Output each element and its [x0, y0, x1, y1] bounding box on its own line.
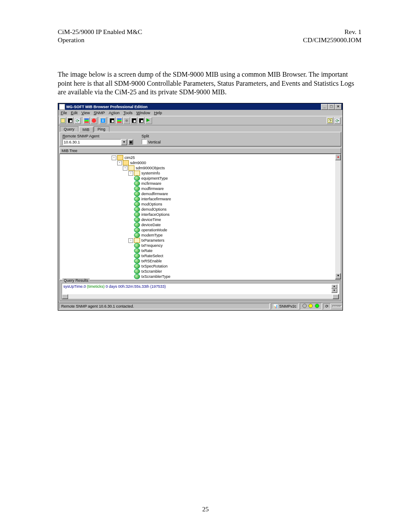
- tree-leaf[interactable]: modemType: [141, 233, 163, 238]
- tree-vscroll[interactable]: ▴ ▾: [335, 154, 341, 280]
- header-left-line2: Operation: [58, 36, 142, 44]
- tb-btn2-icon[interactable]: [67, 117, 74, 124]
- tree-node[interactable]: sdm9000Objects: [136, 166, 165, 171]
- tree-leaf[interactable]: txScramblerType: [141, 274, 171, 279]
- tree-leaf[interactable]: interfacefirmware: [141, 197, 171, 202]
- menu-view[interactable]: View: [81, 111, 90, 115]
- status-leds: [300, 303, 322, 310]
- tb-refresh-icon[interactable]: [334, 117, 341, 124]
- header-right-line2: CD/CIM259000.IOM: [303, 36, 361, 44]
- tb-help-icon[interactable]: [327, 117, 333, 124]
- close-button[interactable]: ×: [335, 104, 342, 110]
- leaf-icon: [134, 264, 140, 269]
- remote-agent-input[interactable]: 10.6.30.1: [62, 139, 121, 145]
- tab-query[interactable]: Query: [60, 126, 78, 132]
- tree-node[interactable]: cim25: [125, 156, 135, 160]
- tree-node[interactable]: systemInfo: [141, 171, 160, 176]
- menu-file[interactable]: File: [61, 111, 67, 115]
- menu-help[interactable]: Help: [154, 111, 162, 115]
- tree-leaf[interactable]: txScrambler: [141, 269, 162, 274]
- tree-node[interactable]: txParameters: [141, 238, 165, 243]
- menu-snmp[interactable]: SNMP: [93, 111, 105, 115]
- leaf-icon: [134, 202, 140, 207]
- tree-leaf[interactable]: txRSEnable: [141, 259, 162, 264]
- resize-grip-icon[interactable]: [332, 305, 342, 307]
- remote-agent-label: Remote SNMP Agent: [62, 134, 133, 138]
- mib-tree[interactable]: -cim25 -sdm9000 -sdm9000Objects -systemI…: [59, 154, 335, 280]
- tab-row: Query MIB Ping: [58, 125, 342, 132]
- leaf-icon: [134, 212, 140, 217]
- tree-leaf[interactable]: modfirmware: [141, 187, 164, 191]
- tab-ping[interactable]: Ping: [94, 126, 109, 132]
- mib-tree-header: MIB Tree: [59, 148, 341, 154]
- tree-leaf[interactable]: demodfirmware: [141, 192, 168, 196]
- status-text: Remote SNMP agent 10.6.30.1 contacted.: [59, 303, 270, 309]
- remote-agent-go-button[interactable]: ▣: [128, 139, 133, 145]
- split-label: Split: [142, 134, 161, 138]
- leaf-icon: [134, 227, 140, 233]
- leaf-icon: [134, 279, 140, 280]
- tab-mib[interactable]: MIB: [79, 127, 93, 132]
- scroll-up-icon[interactable]: ▴: [335, 154, 341, 160]
- leaf-icon: [134, 196, 140, 202]
- tb-stop-icon[interactable]: [90, 117, 97, 124]
- tree-leaf[interactable]: txRateSelect: [141, 254, 163, 258]
- tree-leaf[interactable]: deviceTime: [141, 218, 161, 222]
- tb-btn11-icon[interactable]: [138, 117, 145, 124]
- menu-action[interactable]: Action: [109, 111, 119, 115]
- led-icon: [308, 304, 313, 308]
- menu-edit[interactable]: Edit: [71, 111, 78, 115]
- toolbar: i: [58, 116, 342, 125]
- leaf-icon: [134, 274, 140, 279]
- leaf-icon: [134, 258, 140, 264]
- intro-paragraph: The image below is a screen dump of the …: [58, 70, 361, 97]
- tb-play-icon[interactable]: [145, 117, 152, 124]
- qr-scroll-up-icon[interactable]: ▴: [331, 284, 337, 289]
- tree-leaf[interactable]: interfaceOptions: [141, 212, 170, 217]
- tree-leaf[interactable]: txFrequency: [141, 243, 163, 248]
- tree-node[interactable]: sdm9000: [130, 161, 146, 165]
- leaf-icon: [134, 233, 140, 238]
- tb-gear-icon[interactable]: [123, 117, 130, 124]
- tree-leaf[interactable]: modOptions: [141, 202, 162, 207]
- app-icon: [59, 104, 65, 110]
- tree-leaf[interactable]: mcfirmware: [141, 181, 162, 186]
- tb-table-icon[interactable]: [109, 117, 115, 124]
- tree-leaf[interactable]: operationMode: [141, 228, 167, 233]
- vertical-checkbox[interactable]: Vertical: [142, 140, 161, 144]
- qr-scroll-down-icon[interactable]: ▾: [331, 289, 337, 293]
- tb-btn4-icon[interactable]: [83, 117, 90, 124]
- tb-open-icon[interactable]: [59, 117, 66, 124]
- header-left-line1: CiM-25/9000 IP Enabled M&C: [58, 28, 142, 36]
- minimize-button[interactable]: _: [321, 104, 328, 110]
- menu-tools[interactable]: Tools: [123, 111, 132, 115]
- leaf-icon: [134, 186, 140, 191]
- menu-window[interactable]: Window: [136, 111, 150, 115]
- header-right-line1: Rev. 1: [303, 28, 361, 36]
- led-icon: [315, 304, 319, 308]
- tb-btn3-icon[interactable]: [74, 117, 81, 124]
- tree-leaf[interactable]: demodOptions: [141, 207, 167, 212]
- leaf-icon: [134, 243, 140, 248]
- scroll-right-icon[interactable]: [333, 294, 339, 299]
- tree-leaf[interactable]: txDifferentialEncoder: [141, 280, 177, 280]
- status-bar: Remote SNMP agent 10.6.30.1 contacted. 📊…: [58, 302, 342, 310]
- qr-hscroll[interactable]: [62, 294, 339, 299]
- tb-btn10-icon[interactable]: [131, 117, 137, 124]
- scroll-down-icon[interactable]: ▾: [335, 273, 341, 279]
- tree-leaf[interactable]: deviceDate: [141, 223, 161, 227]
- leaf-icon: [134, 181, 140, 186]
- leaf-icon: [134, 176, 140, 181]
- tree-leaf[interactable]: equipmentType: [141, 176, 168, 181]
- remote-agent-dropdown-icon[interactable]: ▾: [121, 139, 127, 145]
- titlebar[interactable]: MG-SOFT MIB Browser Professional Edition…: [58, 103, 342, 110]
- maximize-button[interactable]: □: [328, 104, 335, 110]
- leaf-icon: [134, 207, 140, 212]
- tb-info-icon[interactable]: i: [100, 117, 106, 124]
- tree-leaf[interactable]: txRate: [141, 249, 153, 253]
- tb-chart-icon[interactable]: [116, 117, 123, 124]
- menubar: File Edit View SNMP Action Tools Window …: [58, 110, 342, 116]
- status-refresh-icon[interactable]: ⟳: [323, 303, 331, 309]
- scroll-left-icon[interactable]: [62, 294, 68, 299]
- tree-leaf[interactable]: txSpecRotation: [141, 264, 168, 269]
